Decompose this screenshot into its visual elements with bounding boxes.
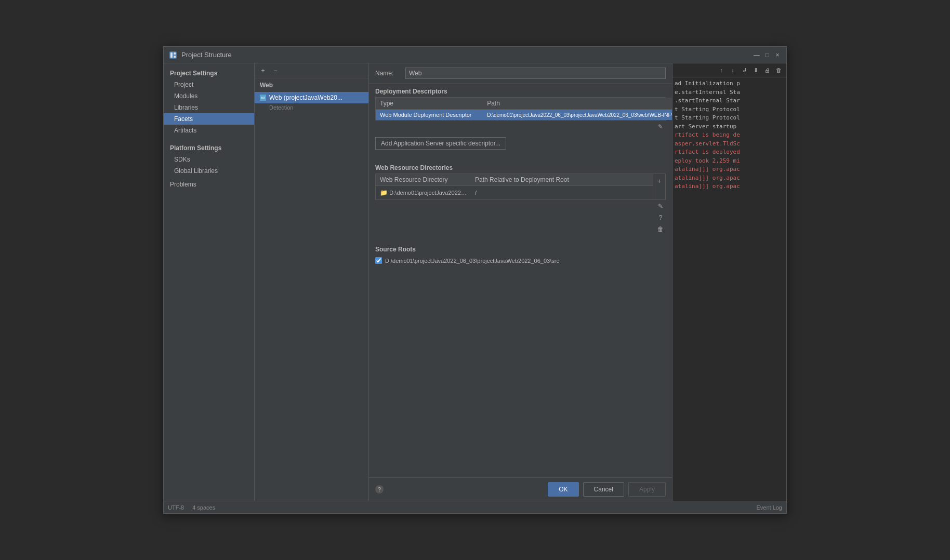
status-encoding: UTF-8 [168, 504, 184, 511]
sidebar-item-artifacts[interactable]: Artifacts [164, 125, 254, 136]
sidebar-item-sdks[interactable]: SDKs [164, 154, 254, 165]
deployment-descriptors-heading: Deployment Descriptors [369, 84, 672, 97]
source-root-checkbox[interactable] [375, 257, 382, 264]
console-line-8: asper.servlet.TldSc [675, 140, 784, 149]
center-panel: + − Web W Web (projectJavaWeb20... Detec… [255, 63, 672, 501]
cancel-button[interactable]: Cancel [583, 482, 624, 497]
dialog-title: Project Structure [181, 51, 753, 59]
sidebar-item-facets[interactable]: Facets [164, 113, 254, 125]
console-panel: ↑ ↓ ↲ ⬇ 🖨 🗑 ad Initialization p e.startI… [672, 63, 786, 501]
add-module-button[interactable]: + [258, 65, 268, 76]
web-facet-icon: W [259, 94, 267, 102]
console-line-3: .startInternal Star [675, 97, 784, 105]
wrd-table: Web Resource Directory Path Relative to … [375, 174, 666, 200]
sidebar-item-libraries[interactable]: Libraries [164, 102, 254, 113]
sidebar-item-modules[interactable]: Modules [164, 90, 254, 102]
wrd-dir-header: Web Resource Directory [376, 174, 471, 185]
dialog-body: Project Settings Project Modules Librari… [164, 63, 786, 501]
source-root-item[interactable]: D:\demo01\projectJava2022_06_03\projectJ… [375, 257, 559, 264]
console-line-12: atalina]]] org.apac [675, 174, 784, 183]
dd-type-cell: Web Module Deployment Descriptor [376, 110, 483, 120]
event-log-link[interactable]: Event Log [756, 504, 782, 511]
dialog-footer: ? OK Cancel Apply [369, 477, 672, 501]
module-tree-header: Web [255, 78, 368, 92]
status-bar: UTF-8 4 spaces Event Log [164, 501, 786, 513]
close-button[interactable]: × [774, 51, 781, 59]
sidebar-item-project[interactable]: Project [164, 79, 254, 90]
console-line-1: ad Initialization p [675, 79, 784, 88]
console-line-4: t Starting Protocol [675, 105, 784, 114]
source-root-path: D:\demo01\projectJava2022_06_03\projectJ… [385, 258, 559, 264]
minimize-button[interactable]: — [753, 51, 760, 59]
status-indent: 4 spaces [192, 504, 215, 511]
help-button[interactable]: ? [375, 485, 384, 494]
module-tree: + − Web W Web (projectJavaWeb20... Detec… [255, 63, 369, 501]
console-line-9: rtifact is deployed [675, 148, 784, 157]
web-resource-directories-section: Web Resource Directories Web Resource Di… [369, 160, 672, 235]
sidebar-item-global-libraries[interactable]: Global Libraries [164, 165, 254, 177]
wrd-side-actions: + [653, 174, 665, 199]
console-scroll-up-button[interactable]: ↑ [717, 65, 726, 75]
console-output: ad Initialization p e.startInternal Sta … [672, 77, 786, 501]
delete-wrd-button[interactable]: 🗑 [655, 224, 666, 234]
wrd-path-header: Path Relative to Deployment Root [471, 174, 653, 185]
folder-icon: 📁 [380, 189, 389, 196]
deployment-descriptors-table: Type Path Web Module Deployment Descript… [375, 97, 666, 121]
dd-table-row[interactable]: Web Module Deployment Descriptor D:\demo… [376, 110, 672, 120]
console-scroll-down-button[interactable]: ↓ [728, 65, 737, 75]
name-input[interactable] [405, 68, 666, 79]
edit-dd-button[interactable]: ✎ [655, 122, 666, 132]
console-toolbar: ↑ ↓ ↲ ⬇ 🖨 🗑 [672, 63, 786, 77]
edit-wrd-button[interactable]: ✎ [655, 201, 666, 211]
dd-path-header: Path [483, 98, 672, 109]
sidebar: Project Settings Project Modules Librari… [164, 63, 255, 501]
console-line-2: e.startInternal Sta [675, 88, 784, 97]
project-structure-dialog: Project Structure — □ × Project Settings… [163, 46, 787, 514]
wrd-table-row[interactable]: 📁 D:\demo01\projectJava2022_06_03\projec… [376, 186, 653, 199]
sidebar-item-problems[interactable]: Problems [164, 177, 254, 190]
console-line-11: atalina]]] org.apac [675, 165, 784, 174]
dd-path-cell: D:\demo01\projectJava2022_06_03\projectJ… [483, 110, 672, 120]
help-wrd-button[interactable]: ? [655, 212, 666, 223]
console-line-13: atalina]]] org.apac [675, 182, 784, 191]
remove-module-button[interactable]: − [270, 65, 281, 76]
content-area: Name: Deployment Descriptors Type Path W… [369, 63, 672, 501]
console-print-button[interactable]: 🖨 [762, 65, 772, 75]
web-resource-directories-heading: Web Resource Directories [369, 160, 672, 174]
console-clear-button[interactable]: ⬇ [751, 65, 760, 75]
wrd-dir-cell: 📁 D:\demo01\projectJava2022_06_03\projec… [376, 188, 471, 198]
svg-rect-1 [170, 52, 173, 58]
svg-rect-3 [174, 56, 176, 58]
console-line-5: t Starting Protocol [675, 114, 784, 123]
dialog-icon [169, 51, 177, 59]
svg-rect-2 [174, 52, 176, 55]
title-bar: Project Structure — □ × [164, 47, 786, 63]
ok-button[interactable]: OK [548, 482, 578, 497]
svg-text:W: W [261, 96, 265, 100]
content-spacer [369, 266, 672, 477]
source-roots-heading: Source Roots [369, 242, 672, 255]
wrd-table-header: Web Resource Directory Path Relative to … [376, 174, 653, 186]
add-application-server-descriptor-button[interactable]: Add Application Server specific descript… [375, 137, 506, 150]
source-roots-row: D:\demo01\projectJava2022_06_03\projectJ… [369, 255, 672, 266]
maximize-button[interactable]: □ [763, 51, 771, 59]
detection-label: Detection [255, 103, 368, 112]
module-tree-item-web[interactable]: W Web (projectJavaWeb20... [255, 92, 368, 103]
add-wrd-button[interactable]: + [654, 176, 665, 186]
platform-settings-heading: Platform Settings [164, 138, 254, 154]
project-settings-heading: Project Settings [164, 65, 254, 79]
console-line-7: rtifact is being de [675, 131, 784, 140]
dd-type-header: Type [376, 98, 483, 109]
console-delete-button[interactable]: 🗑 [774, 65, 783, 75]
name-row: Name: [369, 63, 672, 84]
source-roots-section: Source Roots D:\demo01\projectJava2022_0… [369, 242, 672, 266]
wrd-path-cell: / [471, 188, 653, 197]
module-tree-toolbar: + − [255, 63, 368, 78]
module-tree-item-label: Web (projectJavaWeb20... [269, 94, 342, 101]
name-label: Name: [375, 70, 401, 77]
console-wrap-button[interactable]: ↲ [740, 65, 749, 75]
dd-table-header: Type Path [376, 98, 672, 110]
window-controls: — □ × [753, 51, 781, 59]
apply-button[interactable]: Apply [628, 482, 666, 497]
console-line-6: art Server startup [675, 123, 784, 131]
